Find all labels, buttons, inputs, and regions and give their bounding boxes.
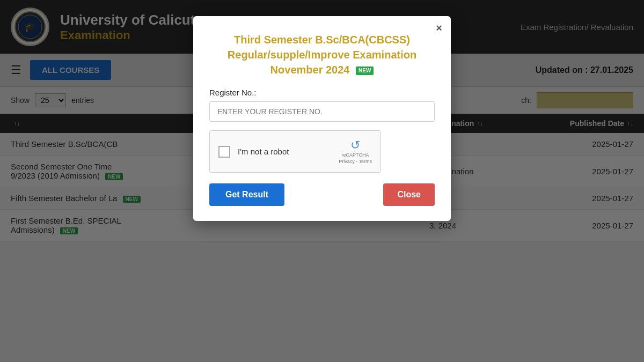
register-input[interactable] <box>209 101 435 122</box>
modal-title-line1: Third Semester B.Sc/BCA(CBCSS) <box>209 32 435 47</box>
captcha-checkbox[interactable] <box>218 146 230 158</box>
modal-overlay: × Third Semester B.Sc/BCA(CBCSS) Regular… <box>0 0 644 362</box>
modal-title-line3: November 2024 NEW <box>209 62 435 77</box>
captcha-branding: reCAPTCHA Privacy - Terms <box>339 152 372 165</box>
modal-title-line2: Regular/supple/Improve Examination <box>209 47 435 62</box>
register-label: Register No.: <box>209 88 435 97</box>
modal-new-badge: NEW <box>356 67 374 75</box>
captcha-box: I'm not a robot ↺ reCAPTCHA Privacy - Te… <box>209 130 381 173</box>
get-result-button[interactable]: Get Result <box>209 183 284 206</box>
close-button[interactable]: Close <box>383 183 435 206</box>
captcha-label: I'm not a robot <box>238 147 331 156</box>
modal-close-x[interactable]: × <box>436 23 442 33</box>
modal-title: Third Semester B.Sc/BCA(CBCSS) Regular/s… <box>209 32 435 77</box>
recaptcha-symbol: ↺ <box>339 138 372 152</box>
captcha-icon: ↺ reCAPTCHA Privacy - Terms <box>339 138 372 165</box>
register-modal: × Third Semester B.Sc/BCA(CBCSS) Regular… <box>193 16 451 221</box>
modal-buttons: Get Result Close <box>209 183 435 206</box>
